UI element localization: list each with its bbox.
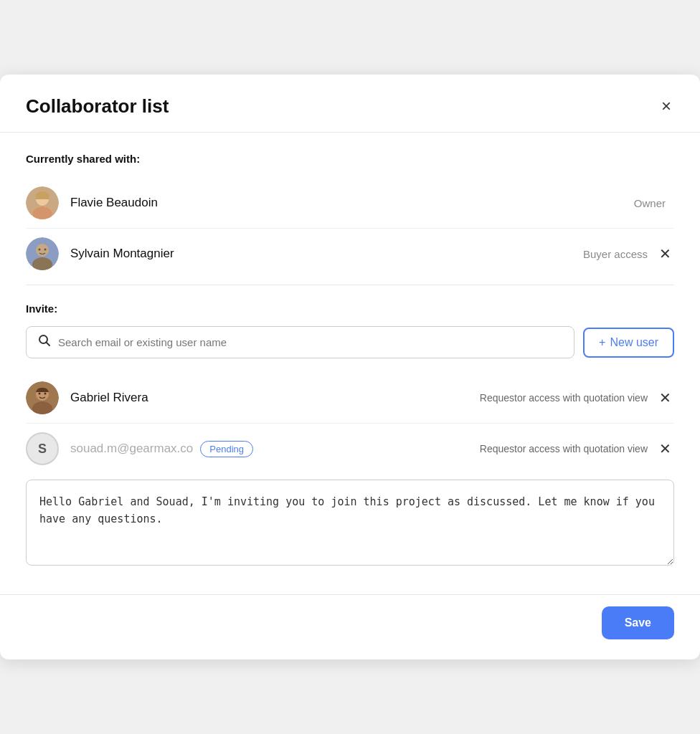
svg-line-10 [47,343,50,346]
collaborator-row-sylvain: Sylvain Montagnier Buyer access ✕ [26,229,674,279]
collaborator-role-sylvain: Buyer access [583,248,648,260]
svg-point-5 [36,244,49,257]
shared-section: Currently shared with: Flavie Beaudoin O… [26,153,674,279]
close-button[interactable]: × [658,95,674,118]
invite-role-souad: Requestor access with quotation view [480,443,648,454]
dialog-header: Collaborator list × [0,75,700,133]
new-user-button[interactable]: + New user [583,328,674,358]
collaborator-name-sylvain: Sylvain Montagnier [70,247,583,261]
invite-name-gabriel: Gabriel Rivera [70,391,480,405]
collaborator-role-flavie: Owner [634,197,666,209]
collaborator-dialog: Collaborator list × Currently shared wit… [0,75,700,659]
collaborator-row: Flavie Beaudoin Owner [26,178,674,229]
avatar-sylvain [26,237,59,270]
search-icon [38,334,51,351]
invite-row-gabriel: Gabriel Rivera Requestor access with quo… [26,373,674,424]
dialog-footer: Save [0,594,700,659]
search-input[interactable] [58,336,562,348]
pending-badge: Pending [200,441,253,457]
avatar-souad: S [26,432,59,465]
invite-role-gabriel: Requestor access with quotation view [480,392,648,404]
remove-sylvain-button[interactable]: ✕ [656,242,674,265]
dialog-title: Collaborator list [26,95,169,118]
invite-row-souad: S souad.m@gearmax.co Pending Requestor a… [26,424,674,474]
svg-point-14 [39,393,41,395]
section-divider [26,285,674,285]
remove-souad-button[interactable]: ✕ [656,437,674,460]
new-user-label: New user [610,336,658,349]
svg-point-7 [39,249,41,251]
svg-point-15 [44,393,47,395]
search-wrapper [26,326,574,358]
invite-name-souad: souad.m@gearmax.co Pending [70,441,480,457]
collaborator-name-flavie: Flavie Beaudoin [70,196,634,210]
avatar-flavie [26,186,59,219]
remove-gabriel-button[interactable]: ✕ [656,386,674,409]
plus-icon: + [599,336,605,349]
invite-label: Invite: [26,302,674,315]
dialog-body: Currently shared with: Flavie Beaudoin O… [0,133,700,588]
invite-message-textarea[interactable] [26,480,674,566]
invite-section: Invite: + New user [26,302,674,568]
search-row: + New user [26,326,674,358]
avatar-gabriel [26,381,59,414]
save-button[interactable]: Save [602,606,674,639]
shared-section-label: Currently shared with: [26,153,674,165]
svg-point-8 [44,249,47,251]
